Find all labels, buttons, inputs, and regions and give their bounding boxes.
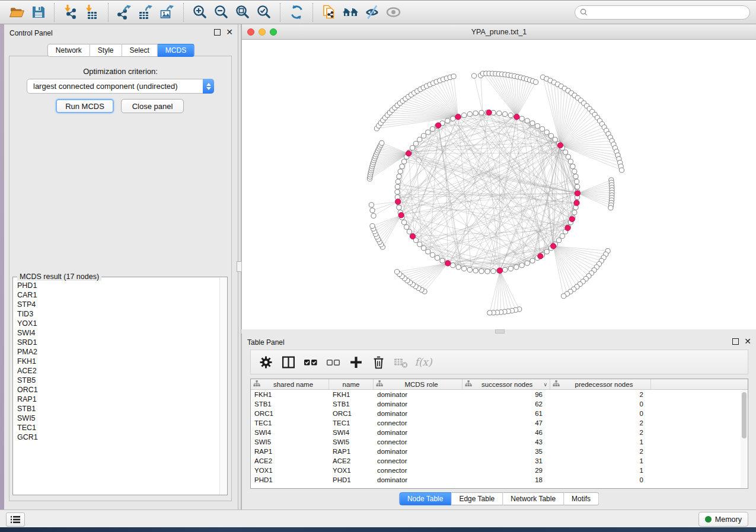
network-node[interactable] [619, 168, 624, 172]
dominator-node[interactable] [575, 191, 580, 196]
network-node[interactable] [548, 133, 553, 138]
cell-MCDS-role[interactable]: connector [374, 419, 462, 427]
network-node[interactable] [451, 263, 455, 268]
network-node[interactable] [519, 116, 524, 121]
cell-shared-name[interactable]: STB1 [251, 400, 329, 408]
network-node[interactable] [530, 121, 535, 126]
network-node[interactable] [404, 225, 409, 229]
float-panel-icon[interactable] [214, 29, 221, 36]
dominator-node[interactable] [497, 268, 503, 273]
network-node[interactable] [553, 137, 557, 142]
save-session-icon[interactable] [27, 2, 49, 23]
network-node[interactable] [451, 74, 456, 79]
tab-network[interactable]: Network [47, 44, 90, 57]
network-node[interactable] [556, 238, 561, 242]
network-node[interactable] [508, 266, 513, 271]
dominator-node[interactable] [514, 114, 519, 120]
table-scrollbar[interactable] [741, 390, 747, 488]
network-node[interactable] [525, 118, 529, 123]
network-node[interactable] [467, 111, 472, 116]
mcds-result-item[interactable]: SWI5 [17, 414, 219, 423]
table-row[interactable]: ORC1ORC1dominator610 [251, 409, 748, 418]
dominator-node[interactable] [398, 213, 404, 218]
task-history-button[interactable] [6, 512, 25, 527]
cell-predecessor-nodes[interactable]: 1 [550, 467, 651, 474]
mcds-result-item[interactable]: STB1 [17, 404, 219, 414]
mcds-result-item[interactable]: ACE2 [17, 366, 219, 376]
cell-shared-name[interactable]: ORC1 [251, 410, 329, 417]
network-node[interactable] [401, 159, 406, 164]
network-node[interactable] [462, 113, 467, 117]
zoom-out-icon[interactable] [210, 2, 232, 23]
mcds-result-item[interactable]: STP4 [17, 300, 219, 309]
unselect-all-columns-icon[interactable] [322, 352, 344, 372]
mcds-result-item[interactable]: GCR1 [17, 432, 219, 442]
network-node[interactable] [519, 263, 524, 268]
network-node[interactable] [487, 310, 492, 315]
export-table-icon[interactable] [135, 2, 157, 23]
cell-name[interactable]: STB1 [329, 400, 374, 408]
mcds-result-list[interactable]: PHD1CAR1STP4TID3YOX1SWI4SRD1PMA2FKH1ACE2… [14, 281, 219, 494]
dominator-node[interactable] [574, 200, 579, 206]
network-node[interactable] [575, 184, 580, 189]
network-node[interactable] [471, 73, 476, 78]
cell-name[interactable]: YOX1 [329, 467, 374, 474]
table-row[interactable]: SWI4SWI4dominator462 [251, 428, 748, 437]
network-node[interactable] [435, 255, 439, 260]
table-row[interactable]: TEC1TEC1connector472 [251, 418, 748, 428]
network-node[interactable] [445, 118, 450, 123]
cell-successor-nodes[interactable]: 96 [462, 391, 550, 398]
optimization-criterion-select[interactable]: largest connected component (undirected) [27, 79, 214, 94]
network-node[interactable] [497, 111, 502, 116]
cell-name[interactable]: ORC1 [329, 410, 374, 417]
network-node[interactable] [397, 205, 401, 210]
cell-predecessor-nodes[interactable]: 1 [550, 457, 651, 464]
table-row[interactable]: YOX1YOX1connector291 [251, 466, 748, 475]
network-node[interactable] [400, 164, 404, 169]
cell-name[interactable]: RAP1 [329, 448, 374, 455]
add-column-icon[interactable] [344, 352, 367, 372]
network-node[interactable] [479, 269, 484, 274]
refresh-layout-icon[interactable] [286, 2, 307, 23]
network-node[interactable] [401, 220, 406, 225]
network-node[interactable] [371, 213, 376, 218]
cell-name[interactable]: SWI5 [329, 438, 374, 446]
cell-predecessor-nodes[interactable]: 0 [550, 410, 651, 417]
network-node[interactable] [485, 269, 490, 274]
cell-MCDS-role[interactable]: connector [374, 467, 462, 474]
network-node[interactable] [421, 133, 426, 138]
network-node[interactable] [514, 265, 519, 270]
mcds-result-item[interactable]: RAP1 [17, 395, 219, 404]
network-node[interactable] [503, 267, 508, 272]
cell-MCDS-role[interactable]: dominator [374, 410, 462, 417]
cell-predecessor-nodes[interactable]: 2 [550, 448, 651, 455]
cell-successor-nodes[interactable]: 47 [462, 419, 550, 427]
table-row[interactable]: FKH1FKH1dominator962 [251, 390, 748, 399]
dominator-node[interactable] [410, 233, 415, 239]
mcds-result-item[interactable]: SRD1 [17, 338, 219, 347]
cell-successor-nodes[interactable]: 29 [462, 467, 550, 474]
zoom-fit-icon[interactable] [232, 2, 253, 23]
table-row[interactable]: RAP1RAP1dominator352 [251, 447, 748, 456]
mcds-result-item[interactable]: YOX1 [17, 319, 219, 328]
dominator-node[interactable] [445, 261, 451, 266]
network-node[interactable] [503, 111, 508, 116]
hide-graphics-details-icon[interactable] [361, 2, 382, 23]
cell-MCDS-role[interactable]: connector [374, 438, 462, 446]
table-options-gear-icon[interactable] [254, 352, 277, 372]
select-all-columns-icon[interactable] [299, 352, 322, 372]
network-graph[interactable] [242, 39, 756, 329]
mcds-result-item[interactable]: PHD1 [17, 281, 219, 290]
network-node[interactable] [430, 127, 435, 132]
dominator-node[interactable] [395, 199, 401, 204]
tab-select[interactable]: Select [122, 44, 158, 57]
network-node[interactable] [535, 123, 540, 128]
cell-MCDS-role[interactable]: dominator [374, 448, 462, 455]
cell-MCDS-role[interactable]: dominator [374, 391, 462, 398]
network-node[interactable] [417, 242, 422, 246]
import-network-icon[interactable] [60, 2, 81, 23]
show-column-panel-icon[interactable] [277, 352, 299, 372]
network-node[interactable] [379, 140, 384, 145]
cell-name[interactable]: PHD1 [329, 476, 374, 483]
network-node[interactable] [397, 174, 401, 179]
